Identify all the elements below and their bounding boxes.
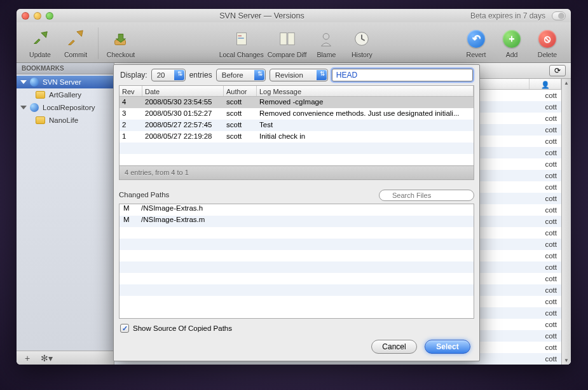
col-log-message[interactable]: Log Message — [257, 86, 474, 96]
log-row[interactable]: 22008/05/27 22:57:45scottTest — [120, 120, 474, 131]
path-row-empty — [120, 227, 474, 239]
local-changes-button[interactable]: Local Changes — [219, 28, 264, 59]
sidebar-item-svn-server[interactable]: SVN Server — [17, 76, 114, 88]
changed-paths-section: Changed Paths M/NSImage-Extras.hM/NSImag… — [119, 189, 474, 333]
history-icon — [351, 28, 373, 50]
tree-label: SVN Server — [43, 78, 81, 86]
search-files-input[interactable] — [379, 190, 474, 201]
refresh-icon: ⟳ — [554, 66, 561, 75]
sidebar-item-nanolife[interactable]: NanoLife — [17, 114, 114, 127]
dialog-footer: Cancel Select — [114, 333, 479, 361]
compare-diff-icon — [277, 28, 298, 50]
add-bookmark-button[interactable]: + — [20, 353, 34, 363]
checkout-button[interactable]: Checkout — [105, 28, 137, 59]
folder-icon — [36, 116, 45, 124]
bookmark-tree: SVN Server ArtGallery LocalRepository Na… — [17, 74, 114, 351]
checkout-icon — [110, 28, 132, 50]
refresh-button[interactable]: ⟳ — [549, 65, 566, 76]
filter-bar: Display: 20 entries Before Revision — [114, 65, 479, 85]
toolbar-label: History — [352, 51, 373, 59]
zoom-window-button[interactable] — [46, 12, 53, 20]
folder-icon — [36, 91, 45, 99]
revert-icon: ↶ — [465, 28, 487, 50]
col-date[interactable]: Date — [142, 86, 224, 96]
log-row-empty — [120, 154, 474, 165]
path-row-empty — [120, 261, 474, 273]
toolbar-separator — [98, 27, 99, 59]
path-row-empty — [120, 284, 474, 296]
kind-select[interactable]: Revision — [270, 69, 328, 81]
svg-rect-2 — [238, 35, 242, 36]
log-row[interactable]: 32008/05/30 01:52:27scottRemoved conveni… — [120, 108, 474, 120]
local-changes-icon — [231, 28, 252, 50]
log-table-header: Rev Date Author Log Message — [120, 86, 474, 97]
entries-count-select[interactable]: 20 — [151, 69, 186, 81]
toolbar-label: Revert — [467, 51, 486, 59]
commit-icon — [65, 28, 86, 50]
window-title: SVN Server — Versions — [53, 11, 470, 20]
cancel-button[interactable]: Cancel — [371, 340, 417, 354]
svg-rect-3 — [238, 38, 243, 39]
toolbar-label: Checkout — [107, 51, 135, 59]
sidebar: BOOKMARKS SVN Server ArtGallery LocalRep… — [17, 63, 114, 365]
add-icon: + — [501, 28, 523, 50]
position-select[interactable]: Before — [216, 69, 266, 81]
revision-input[interactable] — [332, 69, 473, 81]
list-header-user[interactable]: 👤 — [530, 79, 561, 89]
col-rev[interactable]: Rev — [120, 86, 142, 96]
close-window-button[interactable] — [22, 12, 29, 20]
select-button[interactable]: Select — [425, 340, 470, 354]
content-area: BOOKMARKS SVN Server ArtGallery LocalRep… — [17, 63, 571, 365]
path-row[interactable]: M/NSImage-Extras.h — [120, 204, 474, 216]
toolbar-label: Delete — [538, 51, 557, 59]
tree-label: LocalRepository — [43, 104, 95, 111]
svg-point-6 — [324, 33, 329, 39]
traffic-lights — [22, 12, 53, 20]
update-button[interactable]: Update — [24, 28, 56, 59]
show-source-checkbox[interactable]: ✓ — [120, 324, 129, 333]
col-author[interactable]: Author — [224, 86, 257, 96]
action-menu-button[interactable]: ✻▾ — [39, 353, 53, 363]
blame-button[interactable]: Blame — [310, 28, 342, 59]
toolbar-label: Local Changes — [219, 51, 264, 59]
disclosure-triangle-icon[interactable] — [20, 80, 27, 84]
entries-label: entries — [189, 71, 212, 80]
add-button[interactable]: + Add — [496, 28, 528, 59]
globe-icon — [30, 103, 39, 112]
blame-icon — [315, 28, 337, 50]
history-button[interactable]: History — [346, 28, 378, 59]
delete-icon: ⦸ — [537, 28, 558, 50]
commit-button[interactable]: Commit — [60, 28, 92, 59]
path-row[interactable]: M/NSImage-Extras.m — [120, 216, 474, 227]
minimize-window-button[interactable] — [34, 12, 41, 20]
revert-button[interactable]: ↶ Revert — [460, 28, 492, 59]
toolbar: Update Commit Checkout Local Changes — [17, 22, 571, 63]
log-row-empty — [120, 143, 474, 154]
toolbar-label: Compare Diff — [268, 51, 307, 59]
log-row[interactable]: 42008/05/30 23:54:55scottRemoved -cgImag… — [120, 97, 474, 108]
toolbar-label: Update — [29, 51, 51, 59]
path-row-empty — [120, 273, 474, 284]
log-table-body: 42008/05/30 23:54:55scottRemoved -cgImag… — [120, 97, 474, 165]
main-window: SVN Server — Versions Beta expires in 7 … — [17, 9, 571, 365]
changed-paths-label: Changed Paths — [119, 191, 169, 198]
sidebar-item-localrepository[interactable]: LocalRepository — [17, 101, 114, 114]
sidebar-item-artgallery[interactable]: ArtGallery — [17, 88, 114, 101]
titlebar: SVN Server — Versions Beta expires in 7 … — [17, 9, 571, 22]
log-table: Rev Date Author Log Message 42008/05/30 … — [119, 85, 474, 166]
log-row[interactable]: 12008/05/27 22:19:28scottInitial check i… — [120, 131, 474, 143]
path-row-empty — [120, 239, 474, 250]
tree-label: NanoLife — [49, 116, 78, 124]
toolbar-toggle-button[interactable] — [552, 11, 566, 20]
update-icon — [29, 28, 51, 50]
sidebar-footer: + ✻▾ — [17, 351, 114, 365]
changed-paths-list: M/NSImage-Extras.hM/NSImage-Extras.m — [119, 204, 474, 319]
toolbar-label: Add — [506, 51, 518, 59]
revision-picker-sheet: Display: 20 entries Before Revision Rev … — [113, 64, 480, 361]
compare-diff-button[interactable]: Compare Diff — [268, 28, 307, 59]
toolbar-label: Blame — [317, 51, 336, 59]
delete-button[interactable]: ⦸ Delete — [531, 28, 563, 59]
vertical-scrollbar[interactable] — [561, 79, 571, 365]
path-row-empty — [120, 250, 474, 261]
disclosure-triangle-icon[interactable] — [20, 106, 27, 109]
